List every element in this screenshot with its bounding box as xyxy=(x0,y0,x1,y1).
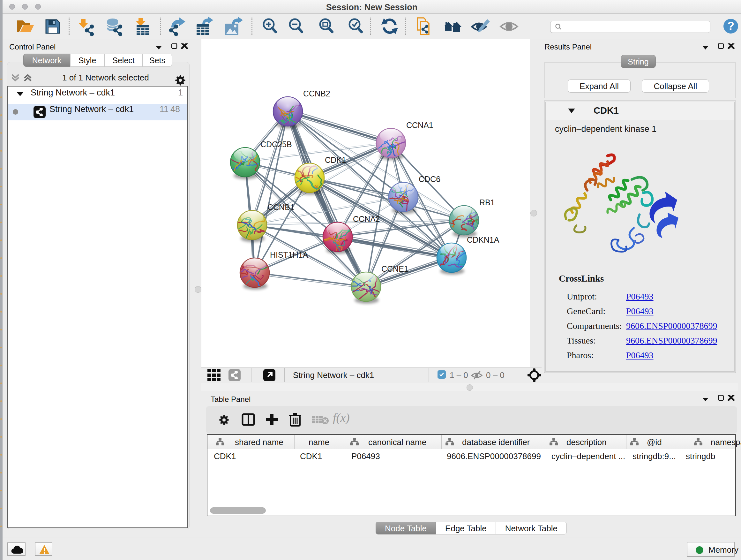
svg-text:CCNE1: CCNE1 xyxy=(381,264,408,273)
svg-text:RB1: RB1 xyxy=(479,198,495,207)
svg-text:CDC25B: CDC25B xyxy=(260,140,292,149)
svg-text:CCNB2: CCNB2 xyxy=(303,89,330,98)
svg-text:HIST1H1A: HIST1H1A xyxy=(270,250,308,259)
svg-text:CDC6: CDC6 xyxy=(419,175,441,184)
svg-text:?: ? xyxy=(727,19,734,33)
svg-text:CCNB1: CCNB1 xyxy=(267,203,294,212)
svg-text:CDKN1A: CDKN1A xyxy=(467,235,499,244)
svg-text:CDK1: CDK1 xyxy=(325,155,346,165)
svg-text:CCNA2: CCNA2 xyxy=(353,214,380,224)
svg-text:CCNA1: CCNA1 xyxy=(406,121,433,130)
